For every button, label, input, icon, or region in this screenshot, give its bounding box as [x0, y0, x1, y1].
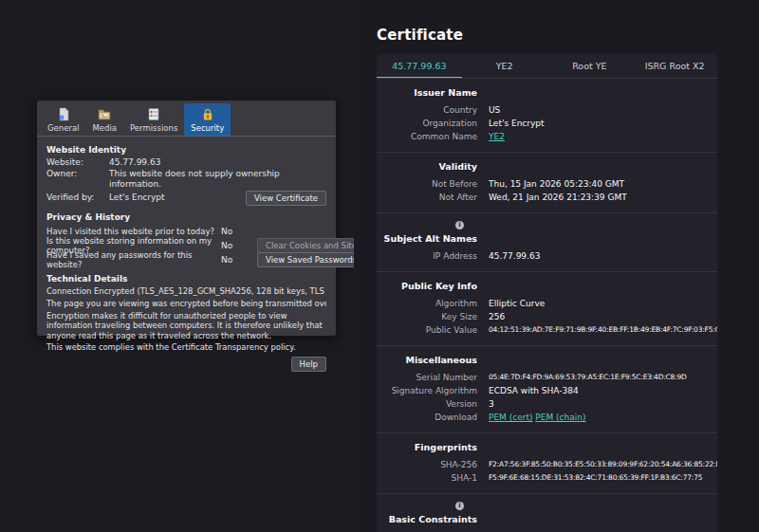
field-value: 04:12:51:39:AD:7E:F9:71:9B:9F:40:EB:FF:1…	[489, 323, 717, 337]
field-label: SHA-1	[377, 471, 489, 485]
cert-row: Not Before Thu, 15 Jan 2026 05:23:40 GMT	[377, 177, 717, 191]
page-info-body: Website Identity Website: 45.77.99.63 Ow…	[37, 137, 336, 377]
cert-row: Public Value 04:12:51:39:AD:7E:F9:71:9B:…	[377, 323, 717, 337]
tech-line-ct-policy: This website complies with the Certifica…	[46, 342, 326, 353]
cert-row: Serial Number 05:4E:7D:F4:FD:9A:69:53:79…	[377, 371, 717, 384]
cert-tab-leaf[interactable]: 45.77.99.63	[377, 54, 462, 78]
folder-icon	[97, 107, 112, 121]
pem-cert-download-link[interactable]: PEM (cert)	[489, 413, 532, 422]
cert-row: Organization Let's Encrypt	[377, 117, 717, 130]
view-saved-passwords-button[interactable]: View Saved Passwords	[257, 252, 365, 267]
field-label: Key Size	[377, 310, 489, 323]
section-issuer-name: Issuer Name Country US Organization Let'…	[377, 79, 717, 153]
lock-icon	[200, 107, 215, 121]
field-label: Public Value	[377, 323, 489, 337]
tab-label: General	[47, 123, 80, 133]
section-heading: Issuer Name	[377, 86, 489, 99]
cert-tab-isrg-root[interactable]: ISRG Root X2	[632, 54, 717, 78]
section-heading-privacy-history: Privacy & History	[46, 212, 326, 222]
cert-row: IP Address 45.77.99.63	[377, 249, 717, 263]
tab-media[interactable]: Media	[86, 103, 124, 136]
field-value: Elliptic Curve	[489, 297, 717, 310]
privacy-question: Have I visited this website prior to tod…	[46, 227, 221, 236]
field-label: Organization	[377, 117, 489, 130]
field-value: Let's Encrypt	[109, 193, 246, 204]
section-validity: Validity Not Before Thu, 15 Jan 2026 05:…	[377, 153, 717, 213]
section-heading: Fingerprints	[377, 441, 489, 453]
cert-tab-root[interactable]: Root YE	[547, 54, 633, 78]
privacy-row-passwords: Have I saved any passwords for this webs…	[46, 253, 326, 267]
field-label: Verified by:	[46, 193, 109, 204]
tech-line-connection: Connection Encrypted (TLS_AES_128_GCM_SH…	[46, 286, 326, 297]
section-heading: Basic Constraints	[377, 513, 489, 525]
cert-row: Algorithm Elliptic Curve	[377, 297, 717, 310]
info-icon[interactable]: i	[455, 221, 464, 229]
privacy-question: Have I saved any passwords for this webs…	[46, 250, 221, 269]
privacy-answer: No	[221, 227, 257, 236]
field-value: Wed, 21 Jan 2026 21:23:39 GMT	[489, 191, 717, 204]
info-icon[interactable]: i	[455, 502, 464, 510]
field-label: Website:	[46, 157, 109, 169]
field-value: This website does not supply ownership i…	[109, 169, 326, 191]
certificate-card: 45.77.99.63 YE2 Root YE ISRG Root X2 Iss…	[377, 54, 717, 532]
field-label: Common Name	[377, 130, 489, 143]
section-fingerprints: Fingerprints SHA-256 F2:A7:56:3F:85:50:B…	[377, 433, 717, 494]
common-name-link[interactable]: YE2	[489, 132, 505, 141]
tab-permissions[interactable]: Permissions	[123, 103, 184, 136]
field-value: 45.77.99.63	[109, 157, 326, 169]
tab-label: Media	[93, 123, 118, 133]
section-heading-website-identity: Website Identity	[46, 145, 326, 155]
certificate-page: Certificate 45.77.99.63 YE2 Root YE ISRG…	[354, 0, 759, 532]
field-label: Signature Algorithm	[377, 384, 489, 397]
cert-row-download: Download PEM (cert) PEM (chain)	[377, 411, 717, 424]
permissions-list-icon	[146, 107, 161, 121]
identity-row-verified-by: Verified by: Let's Encrypt View Certific…	[46, 191, 326, 206]
field-value: F2:A7:56:3F:85:50:B0:35:E5:50:33:89:09:9…	[489, 458, 717, 471]
tab-general[interactable]: General	[41, 103, 86, 136]
privacy-answer: No	[221, 241, 257, 250]
cert-row: Not After Wed, 21 Jan 2026 21:23:39 GMT	[377, 191, 717, 204]
pem-chain-download-link[interactable]: PEM (chain)	[535, 413, 585, 422]
field-label: Not After	[377, 191, 489, 204]
page-title: Certificate	[377, 27, 463, 44]
cert-row: SHA-1 F5:9F:6E:68:15:DE:31:53:82:4C:71:8…	[377, 471, 717, 485]
section-public-key-info: Public Key Info Algorithm Elliptic Curve…	[377, 272, 717, 346]
section-heading: Public Key Info	[377, 280, 489, 292]
section-heading: Miscellaneous	[377, 354, 489, 366]
section-miscellaneous: Miscellaneous Serial Number 05:4E:7D:F4:…	[377, 346, 717, 433]
field-value: 45.77.99.63	[489, 249, 717, 263]
cert-row: Version 3	[377, 397, 717, 411]
field-label: Version	[377, 397, 489, 411]
field-label: Serial Number	[377, 371, 489, 384]
cert-row: SHA-256 F2:A7:56:3F:85:50:B0:35:E5:50:33…	[377, 458, 717, 471]
tab-security[interactable]: Security	[184, 103, 231, 136]
cert-row: Common Name YE2	[377, 130, 717, 143]
cert-row: Country US	[377, 103, 717, 117]
privacy-answer: No	[221, 255, 257, 265]
view-certificate-button[interactable]: View Certificate	[246, 191, 326, 206]
identity-row-website: Website: 45.77.99.63	[46, 157, 326, 169]
field-value: F5:9F:6E:68:15:DE:31:53:82:4C:71:80:65:3…	[489, 471, 717, 485]
field-label: Owner:	[46, 169, 109, 191]
section-heading: Subject Alt Names	[377, 232, 489, 245]
field-label: Download	[377, 411, 489, 424]
cert-row: Key Size 256	[377, 310, 717, 323]
section-basic-constraints: i Basic Constraints Certificate Authorit…	[377, 494, 717, 532]
field-label: SHA-256	[377, 458, 489, 471]
field-value: ECDSA with SHA-384	[489, 384, 717, 397]
tab-label: Permissions	[130, 123, 177, 133]
identity-row-owner: Owner: This website does not supply owne…	[46, 169, 326, 191]
document-icon	[56, 107, 71, 121]
field-label: IP Address	[377, 249, 489, 263]
field-value: Let's Encrypt	[489, 117, 717, 130]
field-label: Country	[377, 103, 489, 117]
field-value: 3	[489, 397, 717, 411]
help-button[interactable]: Help	[291, 357, 326, 372]
cert-tab-intermediate[interactable]: YE2	[462, 54, 547, 78]
section-subject-alt-names: i Subject Alt Names IP Address 45.77.99.…	[377, 213, 717, 272]
tech-line-encryption-info: Encryption makes it difficult for unauth…	[46, 311, 326, 341]
field-label: Algorithm	[377, 297, 489, 310]
certificate-tabbar: 45.77.99.63 YE2 Root YE ISRG Root X2	[377, 54, 717, 79]
field-label: Not Before	[377, 177, 489, 191]
field-value: Thu, 15 Jan 2026 05:23:40 GMT	[489, 177, 717, 191]
